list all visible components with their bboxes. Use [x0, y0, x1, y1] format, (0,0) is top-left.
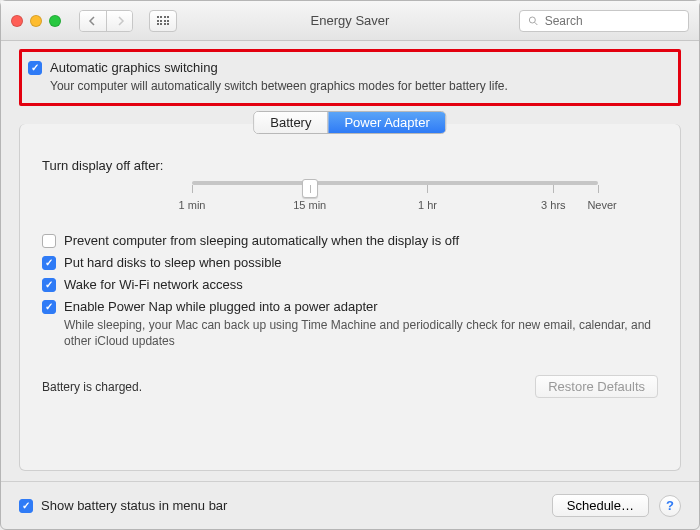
display-sleep-slider[interactable]: 1 min 15 min 1 hr 3 hrs Never	[42, 175, 658, 215]
minimize-window-button[interactable]	[30, 15, 42, 27]
tab-power-adapter[interactable]: Power Adapter	[327, 112, 445, 133]
power-nap-checkbox[interactable]	[42, 300, 56, 314]
tick-1hr: 1 hr	[418, 199, 437, 211]
prevent-sleep-checkbox[interactable]	[42, 234, 56, 248]
forward-button[interactable]	[106, 11, 132, 31]
tick-15min: 15 min	[293, 199, 326, 211]
settings-panel: Battery Power Adapter Turn display off a…	[19, 124, 681, 471]
hard-disks-label: Put hard disks to sleep when possible	[64, 255, 282, 270]
content-area: Automatic graphics switching Your comput…	[1, 41, 699, 481]
restore-defaults-button[interactable]: Restore Defaults	[535, 375, 658, 398]
back-button[interactable]	[80, 11, 106, 31]
search-input[interactable]	[545, 14, 680, 28]
display-sleep-label: Turn display off after:	[42, 158, 658, 173]
bottom-bar: Show battery status in menu bar Schedule…	[1, 481, 699, 529]
prevent-sleep-label: Prevent computer from sleeping automatic…	[64, 233, 459, 248]
close-window-button[interactable]	[11, 15, 23, 27]
show-battery-menubar-label: Show battery status in menu bar	[41, 498, 227, 513]
options-list: Prevent computer from sleeping automatic…	[42, 233, 658, 349]
power-source-tabs: Battery Power Adapter	[253, 111, 446, 134]
slider-ticks: 1 min 15 min 1 hr 3 hrs Never	[192, 181, 598, 211]
power-nap-label: Enable Power Nap while plugged into a po…	[64, 299, 378, 314]
help-button[interactable]: ?	[659, 495, 681, 517]
search-icon	[528, 15, 539, 27]
show-all-prefs-button[interactable]	[149, 10, 177, 32]
power-nap-desc: While sleeping, your Mac can back up usi…	[64, 317, 658, 349]
tick-1min: 1 min	[179, 199, 206, 211]
grid-icon	[157, 16, 170, 25]
show-battery-menubar-checkbox[interactable]	[19, 499, 33, 513]
battery-status: Battery is charged.	[42, 380, 142, 394]
titlebar: Energy Saver	[1, 1, 699, 41]
preferences-window: Energy Saver Automatic graphics switchin…	[0, 0, 700, 530]
auto-graphics-label: Automatic graphics switching	[50, 60, 218, 75]
schedule-button[interactable]: Schedule…	[552, 494, 649, 517]
wake-wifi-checkbox[interactable]	[42, 278, 56, 292]
tab-battery[interactable]: Battery	[254, 112, 327, 133]
search-field[interactable]	[519, 10, 689, 32]
hard-disks-checkbox[interactable]	[42, 256, 56, 270]
wake-wifi-label: Wake for Wi-Fi network access	[64, 277, 243, 292]
auto-graphics-desc: Your computer will automatically switch …	[50, 79, 666, 93]
tick-3hrs: 3 hrs	[541, 199, 565, 211]
svg-point-0	[529, 16, 535, 22]
highlighted-setting: Automatic graphics switching Your comput…	[19, 49, 681, 106]
nav-back-forward	[79, 10, 133, 32]
traffic-lights	[11, 15, 61, 27]
auto-graphics-checkbox[interactable]	[28, 61, 42, 75]
zoom-window-button[interactable]	[49, 15, 61, 27]
tick-never: Never	[587, 199, 616, 211]
svg-line-1	[535, 22, 538, 25]
